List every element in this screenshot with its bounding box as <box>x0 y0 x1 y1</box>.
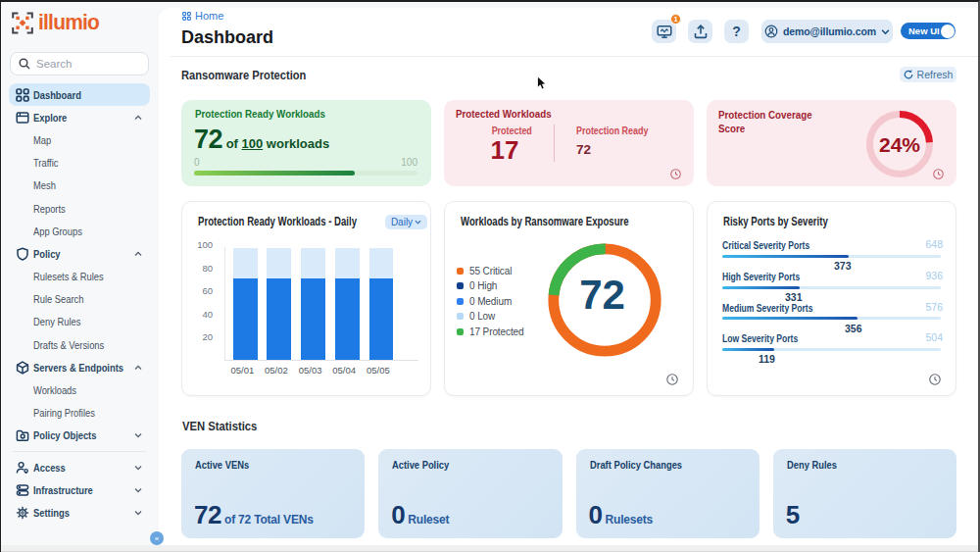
svg-text:24%: 24% <box>879 133 920 156</box>
svg-text:72: 72 <box>579 272 625 318</box>
